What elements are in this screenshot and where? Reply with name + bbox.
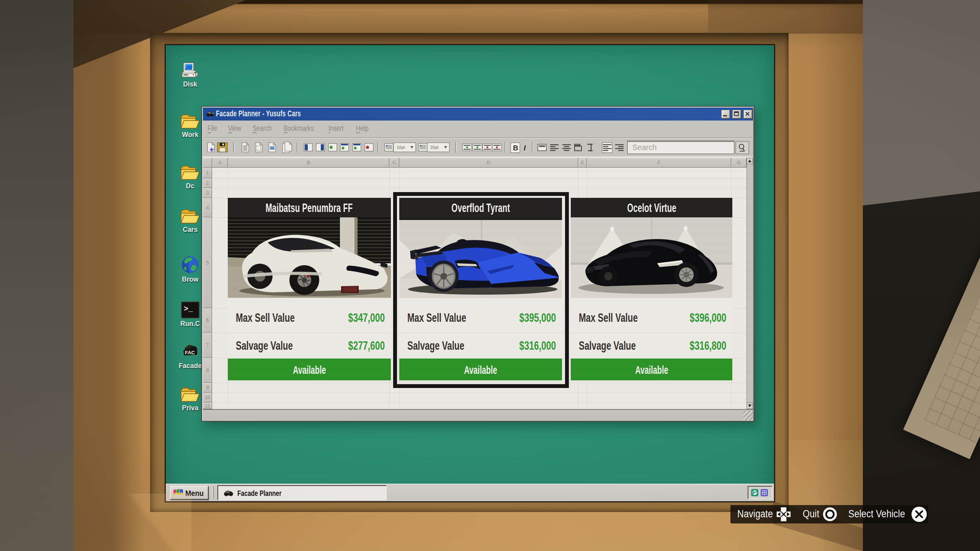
svg-text:10pt: 10pt: [397, 145, 405, 150]
svg-text:I: I: [524, 144, 526, 152]
svg-text:>_: >_: [184, 305, 193, 313]
svg-text:B: B: [513, 144, 518, 152]
svg-text:20pt: 20pt: [430, 145, 438, 150]
svg-text:Search: Search: [632, 143, 657, 152]
svg-text:FAC: FAC: [185, 350, 195, 355]
